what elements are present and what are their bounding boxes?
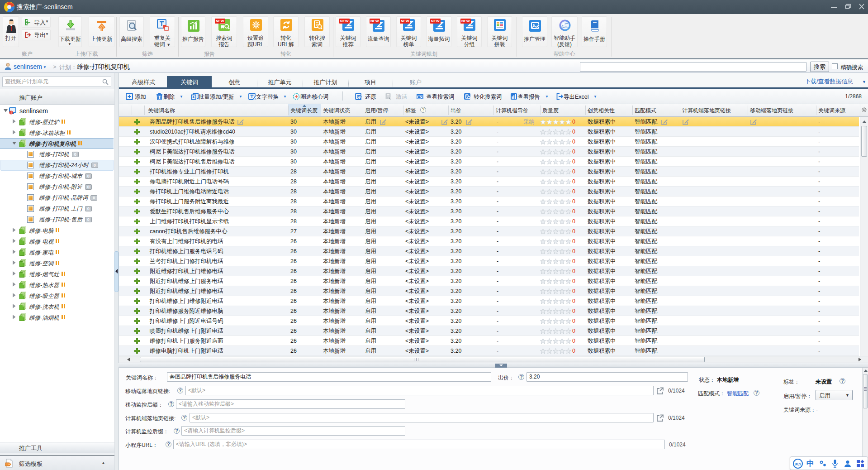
svg-text:iFLY: iFLY <box>795 463 802 466</box>
